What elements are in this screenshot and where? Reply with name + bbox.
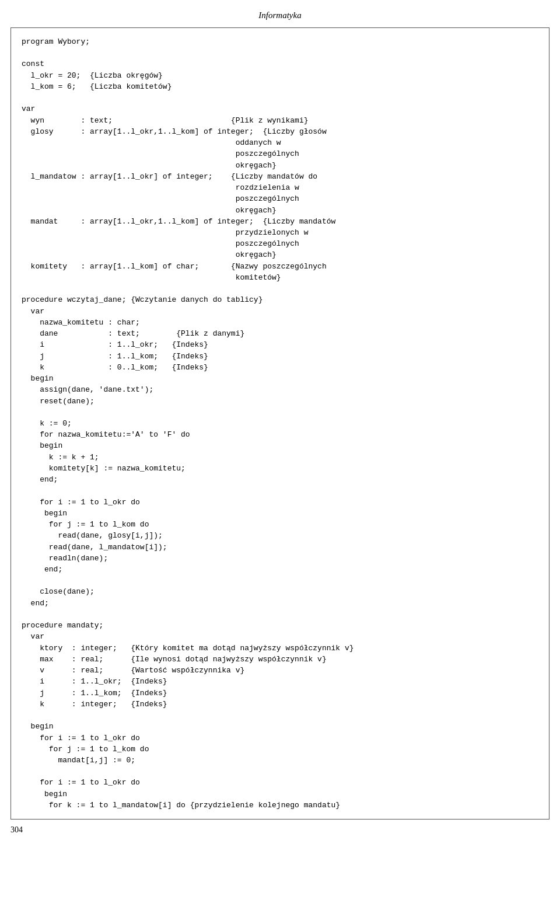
code-box: program Wybory; const l_okr = 20; {Liczb… (10, 27, 550, 820)
page: Informatyka program Wybory; const l_okr … (0, 0, 560, 924)
code-content: program Wybory; const l_okr = 20; {Liczb… (22, 36, 538, 811)
page-title: Informatyka (0, 6, 560, 27)
page-footer: 304 (0, 820, 560, 835)
page-number: 304 (10, 825, 23, 834)
